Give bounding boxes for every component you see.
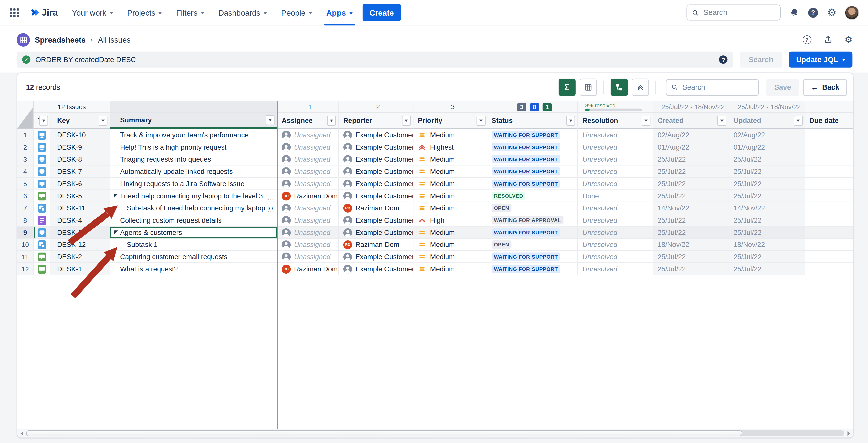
nav-apps[interactable]: Apps — [327, 0, 352, 25]
cell-due-date[interactable] — [805, 214, 853, 226]
cell-issue-type[interactable] — [34, 251, 51, 263]
cell-reporter[interactable]: Example Customer — [339, 141, 413, 153]
cell-priority[interactable]: Medium — [413, 129, 488, 141]
cell-reporter[interactable]: Example Customer — [339, 251, 413, 263]
row-number[interactable]: 9 — [17, 227, 34, 239]
cell-due-date[interactable] — [805, 202, 853, 214]
row-number[interactable]: 4 — [17, 166, 34, 178]
cell-assignee[interactable]: RDRaziman Dom — [277, 263, 339, 275]
cell-reporter[interactable]: Example Customer — [339, 214, 413, 226]
cell-updated[interactable]: 25/Jul/22 — [729, 166, 805, 178]
back-button[interactable]: ←Back — [803, 79, 847, 95]
cell-created[interactable]: 25/Jul/22 — [653, 263, 729, 275]
table-view-button[interactable] — [579, 79, 596, 96]
cell-key[interactable]: DESK-9 — [51, 141, 110, 153]
column-filter-dropdown[interactable] — [402, 116, 411, 126]
cell-updated[interactable]: 25/Jul/22 — [729, 190, 805, 202]
scrollbar-thumb[interactable] — [26, 431, 742, 437]
column-header-due-date[interactable]: Due date — [805, 113, 853, 129]
column-filter-dropdown[interactable] — [39, 116, 48, 126]
cell-due-date[interactable] — [805, 153, 853, 166]
cell-priority[interactable]: Medium — [413, 263, 488, 275]
column-filter-dropdown[interactable] — [566, 116, 575, 126]
export-icon[interactable] — [824, 35, 832, 44]
cell-priority[interactable]: Medium — [413, 166, 488, 178]
cell-reporter[interactable]: Example Customer — [339, 166, 413, 178]
meta-summary-cell[interactable] — [110, 101, 277, 113]
row-number[interactable]: 3 — [17, 153, 34, 166]
cell-summary[interactable]: Automatically update linked requests — [110, 166, 277, 178]
row-number[interactable]: 8 — [17, 214, 34, 226]
cell-updated[interactable]: 25/Jul/22 — [729, 214, 805, 226]
save-button[interactable]: Save — [766, 79, 799, 95]
cell-updated[interactable]: 25/Jul/22 — [729, 251, 805, 263]
cell-due-date[interactable] — [805, 227, 853, 239]
nav-projects[interactable]: Projects — [127, 0, 162, 25]
cell-summary[interactable]: I need help connecting my laptop to the … — [110, 190, 277, 202]
cell-priority[interactable]: Highest — [413, 141, 488, 153]
cell-priority[interactable]: Medium — [413, 227, 488, 239]
cell-created[interactable]: 25/Jul/22 — [653, 214, 729, 226]
column-filter-dropdown[interactable] — [98, 116, 107, 126]
settings-gear-icon[interactable]: ⚙ — [827, 7, 837, 18]
cell-resolution[interactable]: Unresolved — [578, 263, 653, 275]
cell-created[interactable]: 14/Nov/22 — [653, 202, 729, 214]
column-filter-dropdown[interactable] — [266, 115, 274, 125]
cell-key[interactable]: DESK-4 — [51, 214, 110, 226]
column-header-assignee[interactable]: Assignee — [277, 113, 339, 129]
cell-assignee[interactable]: Unassigned — [277, 166, 339, 178]
cell-summary[interactable]: Collecting custom request details — [110, 214, 277, 226]
collapse-all-button[interactable] — [631, 79, 648, 96]
row-number[interactable]: 2 — [17, 141, 34, 153]
cell-assignee[interactable]: Unassigned — [277, 202, 339, 214]
jql-input[interactable]: ✓ ORDER BY createdDate DESC ? — [17, 52, 733, 68]
cell-resolution[interactable]: Done — [578, 190, 653, 202]
cell-resolution[interactable]: Unresolved — [578, 214, 653, 226]
cell-due-date[interactable] — [805, 178, 853, 190]
scroll-left-button[interactable] — [17, 429, 26, 438]
cell-updated[interactable]: 25/Jul/22 — [729, 263, 805, 275]
cell-resolution[interactable]: Unresolved — [578, 129, 653, 141]
cell-reporter[interactable]: Example Customer — [339, 178, 413, 190]
cell-summary[interactable]: Agents & customers — [110, 227, 277, 239]
cell-key[interactable]: DESK-1 — [51, 263, 110, 275]
cell-due-date[interactable] — [805, 251, 853, 263]
cell-due-date[interactable] — [805, 141, 853, 153]
cell-priority[interactable]: Medium — [413, 153, 488, 166]
cell-created[interactable]: 25/Jul/22 — [653, 190, 729, 202]
cell-reporter[interactable]: RDRaziman Dom — [339, 239, 413, 251]
cell-resolution[interactable]: Unresolved — [578, 227, 653, 239]
cell-due-date[interactable] — [805, 239, 853, 251]
cell-assignee[interactable]: Unassigned — [277, 129, 339, 141]
cell-priority[interactable]: Medium — [413, 202, 488, 214]
cell-updated[interactable]: 25/Jul/22 — [729, 227, 805, 239]
cell-summary[interactable]: Triaging requests into queues — [110, 153, 277, 166]
row-number[interactable]: 1 — [17, 129, 34, 141]
cell-priority[interactable]: Medium — [413, 239, 488, 251]
cell-updated[interactable]: 25/Jul/22 — [729, 153, 805, 166]
nav-people[interactable]: People — [281, 0, 312, 25]
cell-reporter[interactable]: Example Customer — [339, 153, 413, 166]
breadcrumb-app-name[interactable]: Spreadsheets — [35, 35, 86, 44]
user-avatar[interactable] — [845, 5, 859, 20]
table-search-input[interactable] — [681, 83, 753, 92]
row-number[interactable]: 6 — [17, 190, 34, 202]
cell-created[interactable]: 18/Nov/22 — [653, 239, 729, 251]
column-filter-dropdown[interactable] — [642, 116, 650, 126]
column-header-resolution[interactable]: Resolution — [578, 113, 653, 129]
scroll-right-button[interactable] — [844, 429, 853, 438]
row-number[interactable]: 10 — [17, 239, 34, 251]
cell-summary[interactable]: Capturing customer email requests — [110, 251, 277, 263]
cell-created[interactable]: 25/Jul/22 — [653, 251, 729, 263]
aggregate-sigma-button[interactable]: Σ — [558, 79, 576, 96]
page-settings-gear-icon[interactable]: ⚙ — [845, 35, 853, 44]
create-button[interactable]: Create — [362, 4, 401, 21]
cell-resolution[interactable]: Unresolved — [578, 178, 653, 190]
cell-resolution[interactable]: Unresolved — [578, 166, 653, 178]
global-search-input[interactable] — [703, 8, 775, 17]
cell-status[interactable]: WAITING FOR SUPPORT — [488, 178, 578, 190]
column-header-key[interactable]: Key — [51, 113, 110, 129]
row-number[interactable]: 5 — [17, 178, 34, 190]
cell-key[interactable]: DESK-3 — [51, 227, 110, 239]
cell-reporter[interactable]: Example Customer — [339, 129, 413, 141]
